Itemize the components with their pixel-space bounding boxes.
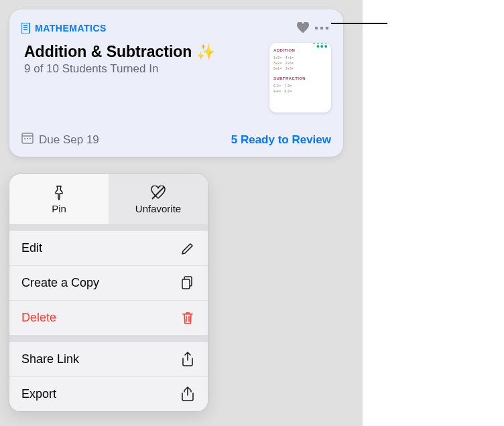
svg-rect-14 [182,279,190,289]
heart-slash-icon [150,184,166,202]
unfavorite-label: Unfavorite [135,203,181,214]
create-copy-action[interactable]: Create a Copy [9,265,208,300]
subject-icon [21,23,31,33]
svg-point-6 [326,27,329,30]
pencil-icon [180,242,196,255]
pin-label: Pin [52,203,66,214]
assignment-card[interactable]: MATHEMATICS Addition & Subtraction ✨ 9 o… [9,9,343,157]
subject-label: MATHEMATICS [35,23,107,33]
favorite-heart-icon[interactable] [294,20,312,36]
share-link-label: Share Link [21,352,79,366]
svg-rect-11 [29,138,31,139]
more-button[interactable] [312,20,331,36]
edit-label: Edit [21,241,42,255]
share-icon [180,352,196,368]
due-date-label: Due Sep 19 [39,133,99,147]
copy-icon [180,276,196,291]
delete-action[interactable]: Delete [9,300,208,335]
trash-icon [180,311,196,326]
callout-line [331,23,387,24]
app-background: MATHEMATICS Addition & Subtraction ✨ 9 o… [0,0,363,426]
export-label: Export [21,387,56,401]
assignment-thumbnail: ● ● ● ●● ● ● ADDITION 1+2= 4+1= 3+2= 2+5… [269,43,331,113]
edit-action[interactable]: Edit [9,230,208,265]
export-icon [180,386,196,403]
share-link-action[interactable]: Share Link [9,342,208,376]
svg-rect-9 [24,138,25,139]
unfavorite-action[interactable]: Unfavorite [109,174,208,224]
due-date: Due Sep 19 [21,132,99,147]
calendar-icon [21,132,34,147]
context-menu: Pin Unfavorite Edit Create a Copy [9,174,208,411]
pin-action[interactable]: Pin [9,174,109,224]
subject-tag[interactable]: MATHEMATICS [21,23,107,33]
pin-icon [52,184,66,202]
svg-rect-0 [21,23,29,33]
export-action[interactable]: Export [9,376,208,411]
svg-point-5 [320,27,324,30]
create-copy-label: Create a Copy [21,276,99,290]
svg-rect-10 [27,138,28,139]
svg-point-4 [315,27,318,30]
ready-to-review-link[interactable]: 5 Ready to Review [231,133,331,147]
svg-line-12 [152,187,164,199]
delete-label: Delete [21,311,56,325]
